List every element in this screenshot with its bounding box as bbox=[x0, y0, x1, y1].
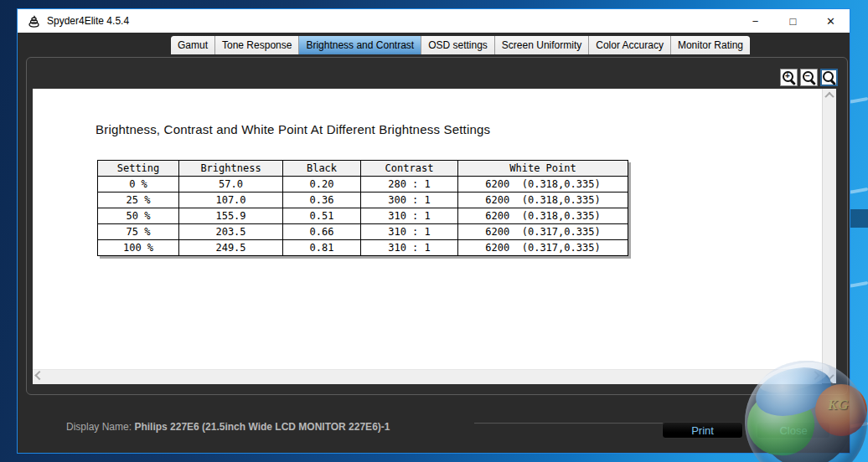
wallpaper-streak bbox=[848, 281, 868, 288]
tab-brightness-and-contrast[interactable]: Brightness and Contrast bbox=[299, 36, 421, 54]
cell: 25 % bbox=[98, 192, 179, 208]
brightness-contrast-table: Setting Brightness Black Contrast White … bbox=[97, 160, 628, 256]
tab-bar: Gamut Tone Response Brightness and Contr… bbox=[171, 36, 750, 54]
wallpaper-streak bbox=[848, 97, 868, 104]
cell: 100 % bbox=[98, 240, 179, 256]
report-document: Brightness, Contrast and White Point At … bbox=[33, 89, 822, 369]
col-header-white-point: White Point bbox=[458, 161, 628, 177]
zoom-toolbar bbox=[780, 69, 838, 86]
col-header-contrast: Contrast bbox=[361, 161, 458, 177]
zoom-reset-icon bbox=[823, 71, 835, 84]
cell: 310 : 1 bbox=[361, 240, 458, 256]
cell: 6200 (0.317,0.335) bbox=[458, 224, 628, 240]
vertical-scrollbar[interactable] bbox=[822, 89, 836, 383]
print-button[interactable]: Print bbox=[662, 422, 743, 439]
scroll-up-button[interactable] bbox=[823, 89, 836, 102]
display-name: Display Name: Philips 227E6 (21.5inch Wi… bbox=[66, 421, 390, 433]
horizontal-scrollbar[interactable] bbox=[33, 369, 822, 384]
zoom-reset-button[interactable] bbox=[820, 69, 838, 86]
table-header-row: Setting Brightness Black Contrast White … bbox=[98, 161, 628, 177]
content-frame: Brightness, Contrast and White Point At … bbox=[26, 57, 848, 395]
cell: 50 % bbox=[98, 208, 179, 224]
zoom-out-button[interactable] bbox=[800, 69, 818, 86]
zoom-out-icon bbox=[803, 71, 815, 84]
report-heading: Brightness, Contrast and White Point At … bbox=[96, 122, 490, 136]
cell: 6200 (0.318,0.335) bbox=[458, 208, 628, 224]
table-row: 50 % 155.9 0.51 310 : 1 6200 (0.318,0.33… bbox=[98, 208, 628, 224]
cell: 0.81 bbox=[283, 240, 361, 256]
cell: 310 : 1 bbox=[361, 208, 458, 224]
cell: 107.0 bbox=[179, 192, 283, 208]
close-window-button[interactable]: ✕ bbox=[812, 9, 850, 33]
window-controls: − □ ✕ bbox=[736, 9, 850, 33]
chevron-up-icon bbox=[824, 92, 834, 101]
scroll-left-button[interactable] bbox=[33, 370, 46, 383]
cell: 249.5 bbox=[179, 240, 283, 256]
tab-screen-uniformity[interactable]: Screen Uniformity bbox=[495, 36, 589, 54]
kitguru-watermark: KG bbox=[740, 358, 868, 462]
tab-tone-response[interactable]: Tone Response bbox=[215, 36, 299, 54]
maximize-button[interactable]: □ bbox=[774, 9, 812, 33]
wallpaper-dark-band bbox=[850, 209, 868, 228]
titlebar: Spyder4Elite 4.5.4 − □ ✕ bbox=[18, 9, 850, 33]
cell: 6200 (0.318,0.335) bbox=[458, 177, 628, 192]
minimize-button[interactable]: − bbox=[736, 9, 774, 33]
cell: 0.51 bbox=[283, 208, 361, 224]
col-header-black: Black bbox=[283, 161, 361, 177]
cell: 0.36 bbox=[283, 192, 361, 208]
window-title: Spyder4Elite 4.5.4 bbox=[47, 15, 129, 27]
cell: 57.0 bbox=[179, 177, 283, 192]
col-header-brightness: Brightness bbox=[179, 161, 283, 177]
cell: 0 % bbox=[98, 177, 179, 192]
cell: 6200 (0.317,0.335) bbox=[458, 240, 628, 256]
cell: 310 : 1 bbox=[361, 224, 458, 240]
cell: 203.5 bbox=[179, 224, 283, 240]
zoom-in-button[interactable] bbox=[780, 69, 798, 86]
cell: 0.66 bbox=[283, 224, 361, 240]
cell: 0.20 bbox=[283, 177, 361, 192]
tab-monitor-rating[interactable]: Monitor Rating bbox=[671, 36, 750, 54]
tab-gamut[interactable]: Gamut bbox=[171, 36, 215, 54]
footer-divider bbox=[474, 423, 664, 424]
cell: 75 % bbox=[98, 224, 179, 240]
table-row: 0 % 57.0 0.20 280 : 1 6200 (0.318,0.335) bbox=[98, 177, 628, 192]
tab-osd-settings[interactable]: OSD settings bbox=[421, 36, 495, 54]
zoom-in-icon bbox=[783, 71, 795, 84]
app-window: Spyder4Elite 4.5.4 − □ ✕ Gamut Tone Resp… bbox=[17, 8, 850, 454]
table-row: 25 % 107.0 0.36 300 : 1 6200 (0.318,0.33… bbox=[98, 192, 628, 208]
spyder-app-icon bbox=[28, 15, 40, 28]
display-name-label: Display Name: bbox=[66, 421, 132, 433]
cell: 6200 (0.318,0.335) bbox=[458, 192, 628, 208]
display-name-value: Philips 227E6 (21.5inch Wide LCD MONITOR… bbox=[134, 421, 390, 433]
chevron-left-icon bbox=[34, 371, 44, 380]
table-row: 75 % 203.5 0.66 310 : 1 6200 (0.317,0.33… bbox=[98, 224, 628, 240]
desktop-background: Spyder4Elite 4.5.4 − □ ✕ Gamut Tone Resp… bbox=[0, 0, 868, 462]
cell: 280 : 1 bbox=[361, 177, 458, 192]
table-row: 100 % 249.5 0.81 310 : 1 6200 (0.317,0.3… bbox=[98, 240, 628, 256]
cell: 300 : 1 bbox=[361, 192, 458, 208]
cell: 155.9 bbox=[179, 208, 283, 224]
tab-color-accuracy[interactable]: Color Accuracy bbox=[589, 36, 671, 54]
col-header-setting: Setting bbox=[98, 161, 179, 177]
wallpaper-streak bbox=[848, 187, 868, 194]
